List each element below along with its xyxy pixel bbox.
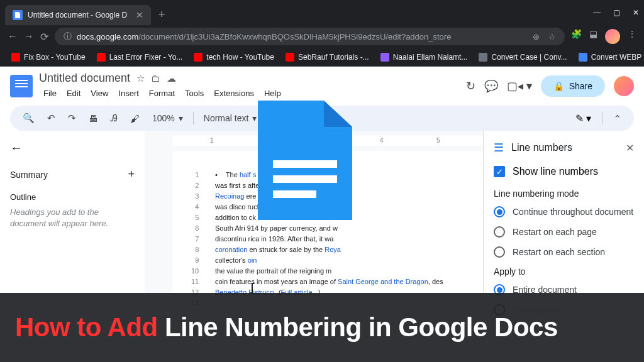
bookmark-favicon bbox=[579, 53, 587, 62]
separator bbox=[193, 112, 194, 124]
docs-hero-icon bbox=[258, 101, 352, 220]
menu-help[interactable]: Help bbox=[260, 86, 286, 101]
style-select[interactable]: Normal text ▾ bbox=[199, 111, 262, 126]
mode-option[interactable]: Restart on each section bbox=[494, 246, 634, 258]
translate-icon[interactable]: ⊕ bbox=[533, 32, 540, 41]
browser-tab[interactable]: Untitled document - Google D ✕ bbox=[5, 5, 151, 25]
mode-option[interactable]: Continue throughout document bbox=[494, 206, 634, 217]
bookmark-favicon bbox=[194, 53, 203, 62]
lock-icon: 🔒 bbox=[553, 81, 564, 91]
share-label: Share bbox=[569, 81, 592, 91]
bookmark-item[interactable]: Convert WEBP to JP... bbox=[575, 50, 644, 64]
forward-button[interactable]: → bbox=[24, 31, 34, 42]
document-title[interactable]: Untitled document bbox=[39, 72, 130, 85]
summary-label: Summary bbox=[10, 170, 48, 180]
account-avatar[interactable] bbox=[614, 76, 634, 96]
line-numbers-gutter: 12345678910111213 bbox=[191, 170, 199, 309]
radio-icon bbox=[494, 226, 505, 238]
menu-bar: FileEditViewInsertFormatToolsExtensionsH… bbox=[39, 86, 286, 101]
downloads-icon[interactable]: ⬓ bbox=[589, 29, 597, 44]
maximize-button[interactable]: ▢ bbox=[613, 8, 620, 17]
cloud-status-icon[interactable]: ☁ bbox=[167, 73, 176, 84]
bookmark-favicon bbox=[11, 53, 20, 62]
url-path: /document/d/1ljc3Ui3aZBfoKwxwhqnBQOsSkDI… bbox=[138, 32, 451, 41]
list-icon: ☰ bbox=[494, 141, 504, 155]
overlay-title: How to Add Line Numbering in Google Docs bbox=[15, 312, 558, 343]
menu-format[interactable]: Format bbox=[145, 86, 179, 101]
outline-hint: Headings you add to the document will ap… bbox=[10, 207, 135, 229]
window-controls: ― ▢ ✕ bbox=[593, 8, 639, 17]
redo-button[interactable]: ↷ bbox=[63, 109, 81, 128]
comments-icon[interactable]: 💬 bbox=[484, 79, 498, 93]
browser-titlebar: Untitled document - Google D ✕ + ― ▢ ✕ bbox=[0, 0, 644, 25]
docs-header: Untitled document ☆ 🗀 ☁ FileEditViewInse… bbox=[0, 67, 644, 106]
bookmark-favicon bbox=[286, 53, 294, 62]
move-icon[interactable]: 🗀 bbox=[151, 73, 160, 84]
mode-section-title: Line numbering mode bbox=[494, 189, 634, 199]
undo-button[interactable]: ↶ bbox=[42, 109, 60, 128]
outline-label: Outline bbox=[10, 192, 135, 202]
new-tab-button[interactable]: + bbox=[158, 8, 165, 21]
profile-avatar[interactable] bbox=[605, 29, 620, 44]
radio-icon bbox=[494, 246, 505, 258]
spellcheck-button[interactable]: Ꭿ bbox=[106, 109, 123, 128]
close-panel-button[interactable]: ✕ bbox=[626, 142, 634, 154]
star-icon[interactable]: ☆ bbox=[136, 73, 145, 84]
show-line-numbers-checkbox[interactable]: ✓ Show line numbers bbox=[494, 166, 634, 177]
bookmark-star-icon[interactable]: ☆ bbox=[548, 32, 556, 41]
collapse-outline-button[interactable]: ← bbox=[10, 141, 135, 155]
mode-option[interactable]: Restart on each page bbox=[494, 226, 634, 238]
apply-section-title: Apply to bbox=[494, 266, 634, 277]
bookmark-favicon bbox=[97, 53, 106, 62]
meet-button[interactable]: ▢◂ ▾ bbox=[507, 79, 532, 93]
bookmark-favicon bbox=[479, 53, 487, 62]
menu-edit[interactable]: Edit bbox=[62, 86, 85, 101]
separator bbox=[602, 112, 603, 124]
editing-mode-button[interactable]: ✎ ▾ bbox=[569, 109, 597, 128]
close-window-button[interactable]: ✕ bbox=[633, 8, 639, 17]
radio-icon bbox=[494, 206, 505, 217]
kebab-menu-icon[interactable]: ⋮ bbox=[628, 29, 636, 44]
docs-favicon bbox=[13, 10, 23, 20]
url-input[interactable]: ⓘ docs.google.com/document/d/1ljc3Ui3aZB… bbox=[55, 28, 565, 45]
print-button[interactable]: 🖶 bbox=[84, 109, 103, 128]
collapse-toolbar-button[interactable]: ⌄ bbox=[608, 109, 626, 128]
menu-file[interactable]: File bbox=[39, 86, 61, 101]
bookmark-item[interactable]: Convert Case | Conv... bbox=[475, 50, 570, 64]
video-title-overlay: How to Add Line Numbering in Google Docs bbox=[0, 293, 644, 362]
add-summary-button[interactable]: + bbox=[128, 168, 135, 181]
bookmark-favicon bbox=[380, 53, 389, 62]
panel-title: Line numbers bbox=[511, 142, 618, 153]
menu-insert[interactable]: Insert bbox=[114, 86, 143, 101]
ruler-mark: 4 bbox=[380, 137, 384, 144]
menu-tools[interactable]: Tools bbox=[180, 86, 208, 101]
minimize-button[interactable]: ― bbox=[593, 8, 601, 17]
history-icon[interactable]: ↻ bbox=[466, 79, 475, 93]
menu-extensions[interactable]: Extensions bbox=[209, 86, 258, 101]
tab-title: Untitled document - Google D bbox=[28, 11, 127, 19]
bookmarks-bar: Fix Box - YouTubeLast Error Fixer - Yo..… bbox=[0, 48, 644, 67]
bookmark-item[interactable]: tech How - YouTube bbox=[190, 50, 278, 64]
site-info-icon[interactable]: ⓘ bbox=[64, 31, 72, 42]
close-icon[interactable]: ✕ bbox=[136, 10, 143, 20]
ruler-mark: 5 bbox=[436, 137, 440, 144]
reload-button[interactable]: ⟳ bbox=[40, 31, 48, 43]
search-icon[interactable]: 🔍 bbox=[18, 109, 40, 128]
bookmark-item[interactable]: Last Error Fixer - Yo... bbox=[93, 50, 187, 64]
bookmark-item[interactable]: SebRauf Tutorials -... bbox=[282, 50, 373, 64]
url-host: docs.google.com bbox=[77, 32, 138, 41]
zoom-select[interactable]: 100% ▾ bbox=[147, 111, 188, 126]
checkbox-checked-icon: ✓ bbox=[494, 166, 505, 177]
docs-logo-icon[interactable] bbox=[10, 75, 33, 97]
show-line-numbers-label: Show line numbers bbox=[513, 166, 598, 177]
address-bar: ← → ⟳ ⓘ docs.google.com/document/d/1ljc3… bbox=[0, 25, 644, 48]
share-button[interactable]: 🔒 Share bbox=[541, 75, 605, 97]
bookmark-item[interactable]: Fix Box - YouTube bbox=[8, 50, 89, 64]
paint-format-button[interactable]: 🖌 bbox=[125, 109, 145, 128]
menu-view[interactable]: View bbox=[86, 86, 113, 101]
back-button[interactable]: ← bbox=[8, 31, 18, 42]
ruler-mark: 1 bbox=[210, 137, 214, 144]
extensions-icon[interactable]: 🧩 bbox=[571, 29, 582, 44]
bookmark-item[interactable]: Naalai Ellam Nalamt... bbox=[377, 50, 472, 64]
